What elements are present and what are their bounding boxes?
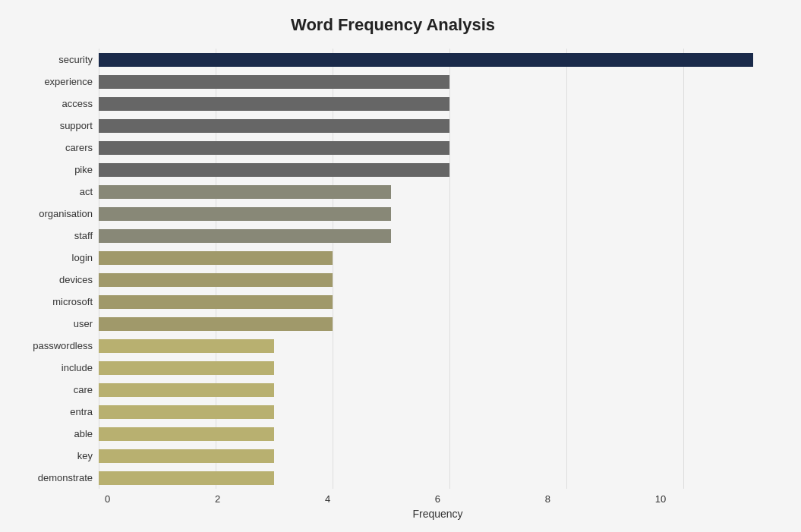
x-axis-area: 0246810 Frequency xyxy=(105,493,771,524)
bars-grid xyxy=(99,49,771,489)
bar-row xyxy=(99,426,771,442)
bar xyxy=(99,471,274,485)
bar-row xyxy=(99,140,771,156)
chart-container: Word Frequency Analysis securityexperien… xyxy=(0,0,801,532)
bar-row xyxy=(99,118,771,134)
bar xyxy=(99,119,449,133)
bar-row xyxy=(99,316,771,332)
bar xyxy=(99,185,391,199)
bar xyxy=(99,405,274,419)
bar-row xyxy=(99,382,771,398)
bar-row xyxy=(99,206,771,222)
bar-row xyxy=(99,228,771,244)
y-label: demonstrate xyxy=(38,473,93,483)
grid-line xyxy=(216,49,216,489)
y-label: security xyxy=(58,55,93,65)
bar-row xyxy=(99,338,771,354)
chart-area: securityexperienceaccesssupportcarerspik… xyxy=(15,49,771,489)
y-label: entra xyxy=(70,407,93,417)
bar-row xyxy=(99,404,771,420)
x-tick-label: 2 xyxy=(215,493,220,505)
bar xyxy=(99,449,274,463)
x-tick-label: 0 xyxy=(105,493,110,505)
grid-line xyxy=(566,49,567,489)
grid-line xyxy=(449,49,450,489)
y-label: care xyxy=(74,385,93,395)
bar-row xyxy=(99,272,771,288)
x-tick-label: 4 xyxy=(325,493,330,505)
bar xyxy=(99,97,449,111)
x-tick-label: 6 xyxy=(435,493,440,505)
x-tick-label: 10 xyxy=(655,493,666,505)
y-label: devices xyxy=(59,275,93,285)
x-tick-label: 8 xyxy=(545,493,550,505)
y-label: include xyxy=(61,363,93,373)
bar-row xyxy=(99,470,771,486)
y-label: carers xyxy=(65,143,93,153)
chart-title: Word Frequency Analysis xyxy=(15,15,771,35)
bar xyxy=(99,141,449,155)
y-label: organisation xyxy=(39,209,93,219)
bar xyxy=(99,295,333,309)
y-label: able xyxy=(74,429,93,439)
y-label: access xyxy=(62,99,93,109)
bar xyxy=(99,427,274,441)
bar xyxy=(99,251,333,265)
bar-row xyxy=(99,162,771,178)
bar xyxy=(99,317,333,331)
y-axis-labels: securityexperienceaccesssupportcarerspik… xyxy=(15,49,99,489)
bar-row xyxy=(99,74,771,90)
y-label: login xyxy=(72,253,93,263)
bar-row xyxy=(99,360,771,376)
x-axis-title: Frequency xyxy=(105,508,771,520)
grid-line xyxy=(333,49,333,489)
bar xyxy=(99,361,274,375)
y-label: staff xyxy=(74,231,93,241)
y-label: experience xyxy=(44,77,93,87)
y-label: key xyxy=(77,451,93,461)
bar xyxy=(99,229,391,243)
bar xyxy=(99,339,274,353)
grid-line xyxy=(683,49,684,489)
bar-row xyxy=(99,96,771,112)
grid-line xyxy=(99,49,99,489)
bar xyxy=(99,207,391,221)
bar xyxy=(99,273,333,287)
x-axis-labels: 0246810 xyxy=(105,493,771,505)
y-label: pike xyxy=(74,165,93,175)
y-label: passwordless xyxy=(33,341,93,351)
bar xyxy=(99,75,449,89)
bar-row xyxy=(99,448,771,464)
y-label: support xyxy=(60,121,93,131)
bar xyxy=(99,163,449,177)
bar-row xyxy=(99,184,771,200)
bar-row xyxy=(99,294,771,310)
bar-row xyxy=(99,250,771,266)
bar-row xyxy=(99,52,771,68)
y-label: act xyxy=(80,187,93,197)
y-label: user xyxy=(74,319,93,329)
bar xyxy=(99,53,753,67)
bar xyxy=(99,383,274,397)
y-label: microsoft xyxy=(52,297,93,307)
